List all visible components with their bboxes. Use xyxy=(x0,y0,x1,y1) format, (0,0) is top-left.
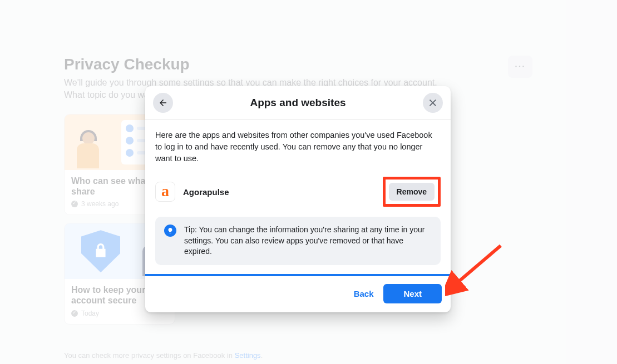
app-row: a Agorapulse Remove xyxy=(155,177,441,207)
apps-and-websites-modal: Apps and websites Here are the apps and … xyxy=(145,86,451,312)
close-icon xyxy=(428,98,438,108)
remove-highlight: Remove xyxy=(383,177,441,207)
modal-header: Apps and websites xyxy=(145,86,451,119)
modal-title: Apps and websites xyxy=(250,97,345,109)
modal-description: Here are the apps and websites from othe… xyxy=(155,129,441,164)
modal-footer: Back Next xyxy=(145,276,451,312)
app-name: Agorapulse xyxy=(183,187,229,197)
lightbulb-icon xyxy=(164,225,176,237)
arrow-left-icon xyxy=(158,98,168,108)
tip-text: Tip: You can change the information you'… xyxy=(184,225,432,257)
next-button[interactable]: Next xyxy=(383,284,442,303)
modal-back-button[interactable] xyxy=(153,93,173,113)
tip-box: Tip: You can change the information you'… xyxy=(155,217,441,265)
back-link[interactable]: Back xyxy=(354,289,374,298)
remove-button[interactable]: Remove xyxy=(389,183,435,201)
modal-body: Here are the apps and websites from othe… xyxy=(145,119,451,274)
modal-close-button[interactable] xyxy=(423,93,443,113)
agorapulse-icon: a xyxy=(155,182,175,202)
